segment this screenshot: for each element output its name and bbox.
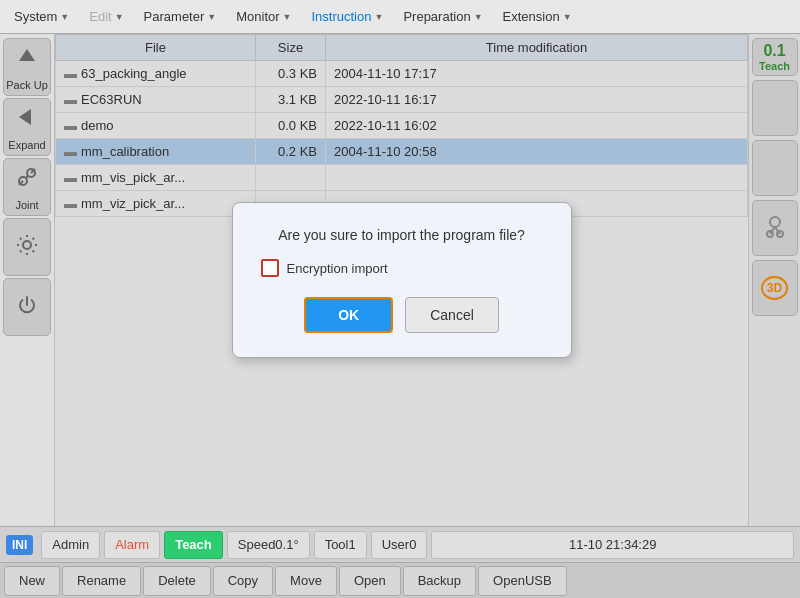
right-btn-1[interactable] <box>752 80 798 136</box>
btn-move[interactable]: Move <box>275 566 337 596</box>
expand-icon <box>13 103 41 136</box>
menu-system-arrow: ▼ <box>60 12 69 22</box>
btn-delete[interactable]: Delete <box>143 566 211 596</box>
sidebar-joint-btn[interactable]: Joint <box>3 158 51 216</box>
sidebar-settings-btn[interactable] <box>3 218 51 276</box>
status-time: 11-10 21:34:29 <box>431 531 794 559</box>
btn-backup[interactable]: Backup <box>403 566 476 596</box>
teach-value: 0.1 <box>763 42 785 60</box>
status-teach: Teach <box>164 531 223 559</box>
bottom-toolbar: New Rename Delete Copy Move Open Backup … <box>0 562 800 598</box>
right-sidebar: 0.1 Teach 3D <box>748 34 800 526</box>
teach-label: Teach <box>759 60 790 72</box>
dialog-message: Are you sure to import the program file? <box>261 227 543 243</box>
svg-marker-1 <box>19 109 31 125</box>
btn-openusb[interactable]: OpenUSB <box>478 566 567 596</box>
status-tool: Tool1 <box>314 531 367 559</box>
menu-instruction-arrow: ▼ <box>374 12 383 22</box>
import-dialog: Are you sure to import the program file?… <box>232 202 572 358</box>
svg-line-4 <box>26 176 28 178</box>
joint-icon <box>13 163 41 196</box>
encryption-label: Encryption import <box>287 261 388 276</box>
status-user: User0 <box>371 531 428 559</box>
dialog-overlay: Are you sure to import the program file?… <box>55 34 748 526</box>
ok-button[interactable]: OK <box>304 297 393 333</box>
right-btn-2[interactable] <box>752 140 798 196</box>
left-sidebar: Pack Up Expand Joint <box>0 34 55 526</box>
svg-point-8 <box>770 217 780 227</box>
btn-open[interactable]: Open <box>339 566 401 596</box>
encryption-checkbox[interactable] <box>261 259 279 277</box>
menu-preparation[interactable]: Preparation ▼ <box>393 5 492 28</box>
menu-parameter[interactable]: Parameter ▼ <box>134 5 227 28</box>
ini-badge: INI <box>6 535 33 555</box>
checkbox-row: Encryption import <box>261 259 543 277</box>
sidebar-power-btn[interactable] <box>3 278 51 336</box>
menu-bar: System ▼ Edit ▼ Parameter ▼ Monitor ▼ In… <box>0 0 800 34</box>
menu-monitor-arrow: ▼ <box>283 12 292 22</box>
menu-preparation-arrow: ▼ <box>474 12 483 22</box>
status-speed: Speed0.1° <box>227 531 310 559</box>
menu-edit-arrow: ▼ <box>115 12 124 22</box>
robot-icon <box>759 212 791 244</box>
btn-new[interactable]: New <box>4 566 60 596</box>
menu-instruction[interactable]: Instruction ▼ <box>302 5 394 28</box>
status-alarm: Alarm <box>104 531 160 559</box>
content-area: File Size Time modification ▬63_packing_… <box>55 34 748 526</box>
status-admin: Admin <box>41 531 100 559</box>
main-layout: Pack Up Expand Joint <box>0 34 800 526</box>
dialog-buttons: OK Cancel <box>261 297 543 333</box>
menu-extension[interactable]: Extension ▼ <box>493 5 582 28</box>
sidebar-packup-btn[interactable]: Pack Up <box>3 38 51 96</box>
menu-edit[interactable]: Edit ▼ <box>79 5 133 28</box>
svg-point-7 <box>23 241 31 249</box>
teach-value-btn[interactable]: 0.1 Teach <box>752 38 798 76</box>
menu-extension-arrow: ▼ <box>563 12 572 22</box>
menu-system[interactable]: System ▼ <box>4 5 79 28</box>
cancel-button[interactable]: Cancel <box>405 297 499 333</box>
menu-parameter-arrow: ▼ <box>207 12 216 22</box>
3d-icon: 3D <box>761 276 788 300</box>
svg-marker-0 <box>19 49 35 61</box>
menu-monitor[interactable]: Monitor ▼ <box>226 5 301 28</box>
settings-icon <box>13 231 41 264</box>
sidebar-expand-btn[interactable]: Expand <box>3 98 51 156</box>
right-btn-3[interactable] <box>752 200 798 256</box>
power-icon <box>13 291 41 324</box>
right-btn-3d[interactable]: 3D <box>752 260 798 316</box>
packup-icon <box>13 43 41 76</box>
btn-copy[interactable]: Copy <box>213 566 273 596</box>
status-bar: INI Admin Alarm Teach Speed0.1° Tool1 Us… <box>0 526 800 562</box>
btn-rename[interactable]: Rename <box>62 566 141 596</box>
